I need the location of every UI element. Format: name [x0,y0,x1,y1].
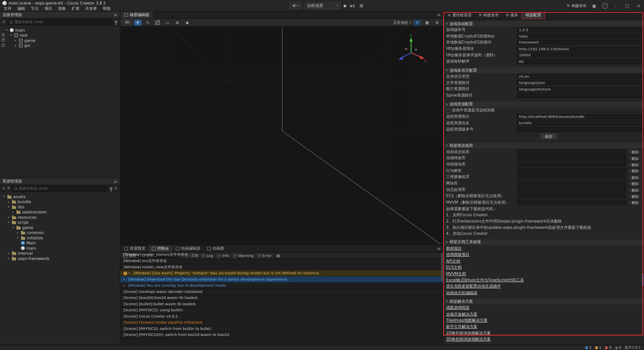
delete-module-button[interactable]: 删除 [628,187,642,192]
tab-scene-editor[interactable]: 场景编辑器 [121,12,152,19]
refresh-icon[interactable]: ↻ [114,186,117,191]
pivot-toggle-button[interactable]: ◉ [183,20,191,25]
delete-module-button[interactable]: 删除 [628,194,642,199]
play-button[interactable]: ▶ [344,3,347,9]
section-header[interactable]: ▾游戏多语言配置 [444,68,644,73]
property-input-远程资源版本号[interactable] [517,127,642,132]
hierarchy-search-input[interactable] [14,20,110,24]
section-header[interactable]: ▾框架模块裁剪 [444,143,644,149]
doc-link[interactable]: 战旗游戏框架 [444,304,469,311]
remote-load-checkbox[interactable] [446,108,450,112]
transform-gizmo-button[interactable]: ⊞ [174,20,181,25]
scale-tool-button[interactable] [154,20,161,25]
delete-module-button[interactable]: 删除 [628,168,642,173]
camera-settings-button[interactable]: ▦ [423,20,431,26]
doc-link[interactable]: 游戏模板项目 [444,251,469,258]
rect-tool-button[interactable]: ▭ [164,20,171,25]
info-count[interactable]: 3 [585,345,591,349]
build-publish-button[interactable]: ⚒ 构建发布 [567,3,586,8]
doc-link[interactable]: 2D角色扮演游戏解决方案 [444,330,491,336]
filter-icon[interactable] [114,21,118,23]
doc-link[interactable]: Tiledmap地图解决方案 [444,317,488,323]
step-button[interactable]: ▶ [350,4,354,8]
console-line[interactable]: [Scene] Cocos Creator v3.8.2 [120,313,443,320]
asset-node[interactable]: ▾game [0,225,120,230]
expand-arrow-icon[interactable]: ▾ [5,28,8,32]
scene-selector-dropdown[interactable]: 当前场景 ▾ [304,3,341,9]
doc-link[interactable]: API文档 [444,258,460,264]
console-line[interactable]: ▸[Window] You are running Vue in develop… [120,283,443,289]
console-line[interactable]: [Window] model_view文件夹存在 [120,264,443,270]
console-line[interactable]: [Scene] meshopt wasm decoder initialized [120,289,443,295]
property-input-图片资源路径[interactable] [517,87,642,92]
expand-arrow-icon[interactable]: ▾ [12,226,15,229]
doc-link[interactable]: ECS文档 [444,264,461,271]
expand-arrow-icon[interactable]: ▾ [3,195,6,198]
section-collapse-icon[interactable]: ▾ [446,300,448,303]
hierarchy-node[interactable]: ▾root [0,33,120,38]
tab-控制台[interactable]: 控制台 [149,245,172,252]
menu-item[interactable]: 开发者 [82,6,100,12]
expand-arrow-icon[interactable]: ▾ [7,221,10,224]
asset-node[interactable]: ▸seedrandom [0,209,120,214]
tab-资源预览[interactable]: 资源预览 [121,245,149,252]
hierarchy-node[interactable]: ▾main [0,28,120,33]
console-line[interactable]: !▸[Window] [Vue warn]: Property "onInput… [120,270,443,277]
asset-node[interactable]: ▸internal [0,251,120,256]
console-line[interactable]: [Window] render_texture文件夹存在 [120,252,443,258]
screenshot-icon[interactable]: ▣ [590,3,598,9]
expand-arrow-icon[interactable]: ▸ [124,278,126,281]
section-header[interactable]: ▾框架解决方案 [444,299,644,304]
version-label[interactable]: 版本3.8.2 [625,345,641,350]
tab-属性检查器[interactable]: ⊕属性检查器 [445,12,475,19]
section-collapse-icon[interactable]: ▾ [446,22,448,25]
assets-search-input[interactable] [19,186,106,190]
section-header[interactable]: ▾框架文档工具链接 [444,239,644,245]
expand-arrow-icon[interactable]: ▸ [14,44,17,47]
lock-icon[interactable] [2,44,5,47]
delete-module-button[interactable]: 删除 [628,200,642,205]
panel-menu-icon[interactable]: ≡ [437,13,441,17]
window-maximize-button[interactable]: □ [623,4,631,8]
section-header[interactable]: ▾游戏基础配置 [444,21,644,27]
section-collapse-icon[interactable]: ▾ [446,103,448,106]
console-line[interactable]: [Scene] [box2d]:box2d wasm lib loaded. [120,295,443,301]
doc-link[interactable]: Excel格式转Json文件与TypeScript代码工具 [444,277,524,283]
expand-arrow-icon[interactable]: ▾ [7,205,10,209]
property-input-文本资源路径[interactable] [517,80,642,85]
save-button[interactable]: 保存 [541,134,556,139]
property-input-Spine资源路径[interactable] [517,93,642,98]
console-scrollbar[interactable] [441,252,443,281]
rotate-tool-button[interactable]: ↻ [144,20,151,25]
menu-item[interactable]: 节点 [28,6,42,12]
lock-icon[interactable] [2,34,5,36]
expand-arrow-icon[interactable]: ▸ [16,231,19,234]
expand-arrow-icon[interactable]: ▸ [12,210,15,214]
asset-node[interactable]: ▸resources [0,215,120,220]
property-input-Http服务器地址[interactable] [517,47,642,52]
lighting-toggle-button[interactable]: ☀ [414,20,421,26]
expand-arrow-icon[interactable]: ▸ [7,252,10,255]
asset-node[interactable]: TSMain [0,240,120,245]
expand-arrow-icon[interactable]: ▸ [7,257,10,260]
tab-动画编辑器[interactable]: 动画编辑器 [172,245,204,252]
expand-arrow-icon[interactable]: ▸ [7,216,10,219]
expand-arrow-icon[interactable]: ▸ [7,200,10,203]
hierarchy-node[interactable]: ▸gui [0,43,120,48]
hierarchy-node[interactable]: ▸game [0,38,120,43]
property-input-支持语言类型[interactable] [517,74,642,79]
error-count[interactable]: 0 [605,345,611,349]
menu-item[interactable]: 帮助 [100,6,113,12]
tab-构建发布[interactable]: ⚒构建发布 [475,12,502,19]
filter-icon[interactable] [110,187,113,189]
asset-node[interactable]: ▸oops-framework [0,256,120,261]
panel-menu-icon[interactable]: ≡ [114,13,117,17]
section-collapse-icon[interactable]: ▾ [446,69,448,72]
console-line[interactable]: [Scene] [bullet]:bullet wasm lib loaded. [120,301,443,307]
layout-grid-button[interactable]: ⊞ [358,3,365,9]
menu-item[interactable]: 项目 [42,6,55,12]
asset-node[interactable]: main [0,246,120,251]
tab-框架配置[interactable]: 框架配置 [522,12,545,19]
property-input-游戏每秒帧率[interactable] [517,59,642,64]
property-input-本地数据CryptoES加密Key[interactable] [517,34,642,39]
